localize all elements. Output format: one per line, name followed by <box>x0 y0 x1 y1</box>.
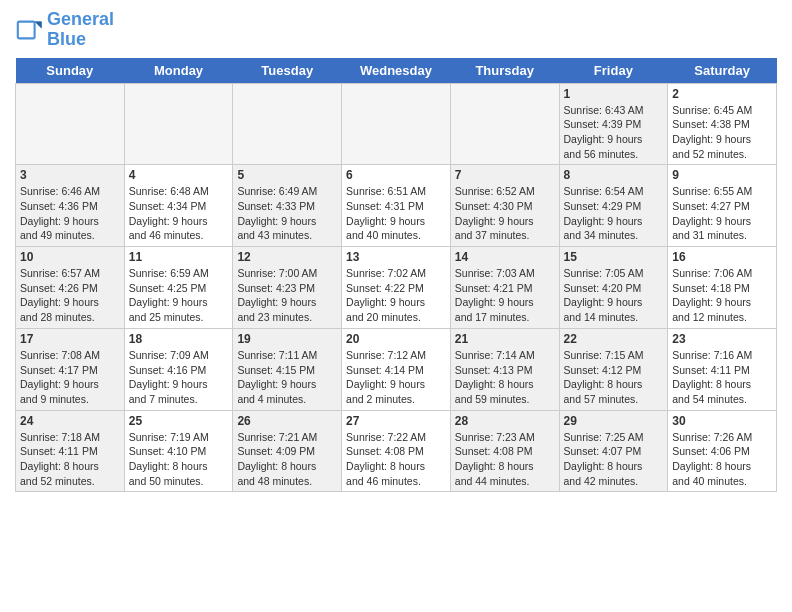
day-number: 22 <box>564 332 664 346</box>
day-number: 30 <box>672 414 772 428</box>
day-number: 24 <box>20 414 120 428</box>
day-info: Sunrise: 7:23 AM Sunset: 4:08 PM Dayligh… <box>455 430 555 489</box>
day-number: 3 <box>20 168 120 182</box>
logo: General Blue <box>15 10 114 50</box>
week-row-5: 24Sunrise: 7:18 AM Sunset: 4:11 PM Dayli… <box>16 410 777 492</box>
day-number: 2 <box>672 87 772 101</box>
day-number: 28 <box>455 414 555 428</box>
day-number: 10 <box>20 250 120 264</box>
day-number: 20 <box>346 332 446 346</box>
day-info: Sunrise: 7:15 AM Sunset: 4:12 PM Dayligh… <box>564 348 664 407</box>
day-info: Sunrise: 7:19 AM Sunset: 4:10 PM Dayligh… <box>129 430 229 489</box>
day-cell-8: 8Sunrise: 6:54 AM Sunset: 4:29 PM Daylig… <box>559 165 668 247</box>
day-info: Sunrise: 6:45 AM Sunset: 4:38 PM Dayligh… <box>672 103 772 162</box>
day-number: 1 <box>564 87 664 101</box>
empty-cell <box>16 83 125 165</box>
day-cell-14: 14Sunrise: 7:03 AM Sunset: 4:21 PM Dayli… <box>450 247 559 329</box>
day-info: Sunrise: 6:52 AM Sunset: 4:30 PM Dayligh… <box>455 184 555 243</box>
day-info: Sunrise: 7:08 AM Sunset: 4:17 PM Dayligh… <box>20 348 120 407</box>
empty-cell <box>450 83 559 165</box>
day-cell-6: 6Sunrise: 6:51 AM Sunset: 4:31 PM Daylig… <box>342 165 451 247</box>
day-info: Sunrise: 6:48 AM Sunset: 4:34 PM Dayligh… <box>129 184 229 243</box>
day-cell-16: 16Sunrise: 7:06 AM Sunset: 4:18 PM Dayli… <box>668 247 777 329</box>
day-cell-11: 11Sunrise: 6:59 AM Sunset: 4:25 PM Dayli… <box>124 247 233 329</box>
day-info: Sunrise: 7:03 AM Sunset: 4:21 PM Dayligh… <box>455 266 555 325</box>
day-info: Sunrise: 7:18 AM Sunset: 4:11 PM Dayligh… <box>20 430 120 489</box>
day-info: Sunrise: 6:55 AM Sunset: 4:27 PM Dayligh… <box>672 184 772 243</box>
day-number: 25 <box>129 414 229 428</box>
day-info: Sunrise: 7:22 AM Sunset: 4:08 PM Dayligh… <box>346 430 446 489</box>
day-info: Sunrise: 7:09 AM Sunset: 4:16 PM Dayligh… <box>129 348 229 407</box>
logo-text: General Blue <box>47 10 114 50</box>
day-number: 21 <box>455 332 555 346</box>
day-number: 4 <box>129 168 229 182</box>
day-cell-9: 9Sunrise: 6:55 AM Sunset: 4:27 PM Daylig… <box>668 165 777 247</box>
day-info: Sunrise: 7:16 AM Sunset: 4:11 PM Dayligh… <box>672 348 772 407</box>
day-info: Sunrise: 6:57 AM Sunset: 4:26 PM Dayligh… <box>20 266 120 325</box>
day-cell-2: 2Sunrise: 6:45 AM Sunset: 4:38 PM Daylig… <box>668 83 777 165</box>
day-cell-5: 5Sunrise: 6:49 AM Sunset: 4:33 PM Daylig… <box>233 165 342 247</box>
day-cell-28: 28Sunrise: 7:23 AM Sunset: 4:08 PM Dayli… <box>450 410 559 492</box>
day-number: 27 <box>346 414 446 428</box>
day-info: Sunrise: 7:02 AM Sunset: 4:22 PM Dayligh… <box>346 266 446 325</box>
day-cell-13: 13Sunrise: 7:02 AM Sunset: 4:22 PM Dayli… <box>342 247 451 329</box>
day-cell-30: 30Sunrise: 7:26 AM Sunset: 4:06 PM Dayli… <box>668 410 777 492</box>
day-info: Sunrise: 7:00 AM Sunset: 4:23 PM Dayligh… <box>237 266 337 325</box>
day-cell-17: 17Sunrise: 7:08 AM Sunset: 4:17 PM Dayli… <box>16 328 125 410</box>
main-container: General Blue SundayMondayTuesdayWednesda… <box>0 0 792 502</box>
day-number: 7 <box>455 168 555 182</box>
day-info: Sunrise: 6:49 AM Sunset: 4:33 PM Dayligh… <box>237 184 337 243</box>
day-info: Sunrise: 7:12 AM Sunset: 4:14 PM Dayligh… <box>346 348 446 407</box>
calendar-body: 1Sunrise: 6:43 AM Sunset: 4:39 PM Daylig… <box>16 83 777 492</box>
day-number: 14 <box>455 250 555 264</box>
empty-cell <box>233 83 342 165</box>
day-number: 9 <box>672 168 772 182</box>
day-header-monday: Monday <box>124 58 233 84</box>
day-cell-18: 18Sunrise: 7:09 AM Sunset: 4:16 PM Dayli… <box>124 328 233 410</box>
day-info: Sunrise: 7:26 AM Sunset: 4:06 PM Dayligh… <box>672 430 772 489</box>
day-number: 18 <box>129 332 229 346</box>
day-header-tuesday: Tuesday <box>233 58 342 84</box>
day-cell-7: 7Sunrise: 6:52 AM Sunset: 4:30 PM Daylig… <box>450 165 559 247</box>
week-row-4: 17Sunrise: 7:08 AM Sunset: 4:17 PM Dayli… <box>16 328 777 410</box>
day-number: 11 <box>129 250 229 264</box>
day-number: 8 <box>564 168 664 182</box>
page-header: General Blue <box>15 10 777 50</box>
day-cell-24: 24Sunrise: 7:18 AM Sunset: 4:11 PM Dayli… <box>16 410 125 492</box>
day-number: 19 <box>237 332 337 346</box>
calendar-table: SundayMondayTuesdayWednesdayThursdayFrid… <box>15 58 777 493</box>
logo-icon <box>15 16 43 44</box>
day-info: Sunrise: 7:05 AM Sunset: 4:20 PM Dayligh… <box>564 266 664 325</box>
svg-rect-0 <box>15 16 43 44</box>
day-info: Sunrise: 6:59 AM Sunset: 4:25 PM Dayligh… <box>129 266 229 325</box>
day-cell-19: 19Sunrise: 7:11 AM Sunset: 4:15 PM Dayli… <box>233 328 342 410</box>
day-number: 12 <box>237 250 337 264</box>
day-cell-3: 3Sunrise: 6:46 AM Sunset: 4:36 PM Daylig… <box>16 165 125 247</box>
day-info: Sunrise: 6:46 AM Sunset: 4:36 PM Dayligh… <box>20 184 120 243</box>
day-number: 26 <box>237 414 337 428</box>
day-number: 17 <box>20 332 120 346</box>
day-cell-12: 12Sunrise: 7:00 AM Sunset: 4:23 PM Dayli… <box>233 247 342 329</box>
day-info: Sunrise: 7:25 AM Sunset: 4:07 PM Dayligh… <box>564 430 664 489</box>
day-number: 16 <box>672 250 772 264</box>
day-cell-4: 4Sunrise: 6:48 AM Sunset: 4:34 PM Daylig… <box>124 165 233 247</box>
empty-cell <box>342 83 451 165</box>
day-number: 5 <box>237 168 337 182</box>
day-header-wednesday: Wednesday <box>342 58 451 84</box>
day-cell-1: 1Sunrise: 6:43 AM Sunset: 4:39 PM Daylig… <box>559 83 668 165</box>
day-cell-10: 10Sunrise: 6:57 AM Sunset: 4:26 PM Dayli… <box>16 247 125 329</box>
day-info: Sunrise: 7:21 AM Sunset: 4:09 PM Dayligh… <box>237 430 337 489</box>
calendar-header-row: SundayMondayTuesdayWednesdayThursdayFrid… <box>16 58 777 84</box>
empty-cell <box>124 83 233 165</box>
day-header-saturday: Saturday <box>668 58 777 84</box>
day-info: Sunrise: 7:06 AM Sunset: 4:18 PM Dayligh… <box>672 266 772 325</box>
day-header-thursday: Thursday <box>450 58 559 84</box>
day-info: Sunrise: 7:14 AM Sunset: 4:13 PM Dayligh… <box>455 348 555 407</box>
day-cell-20: 20Sunrise: 7:12 AM Sunset: 4:14 PM Dayli… <box>342 328 451 410</box>
day-info: Sunrise: 6:54 AM Sunset: 4:29 PM Dayligh… <box>564 184 664 243</box>
week-row-3: 10Sunrise: 6:57 AM Sunset: 4:26 PM Dayli… <box>16 247 777 329</box>
day-cell-25: 25Sunrise: 7:19 AM Sunset: 4:10 PM Dayli… <box>124 410 233 492</box>
week-row-1: 1Sunrise: 6:43 AM Sunset: 4:39 PM Daylig… <box>16 83 777 165</box>
week-row-2: 3Sunrise: 6:46 AM Sunset: 4:36 PM Daylig… <box>16 165 777 247</box>
day-cell-29: 29Sunrise: 7:25 AM Sunset: 4:07 PM Dayli… <box>559 410 668 492</box>
